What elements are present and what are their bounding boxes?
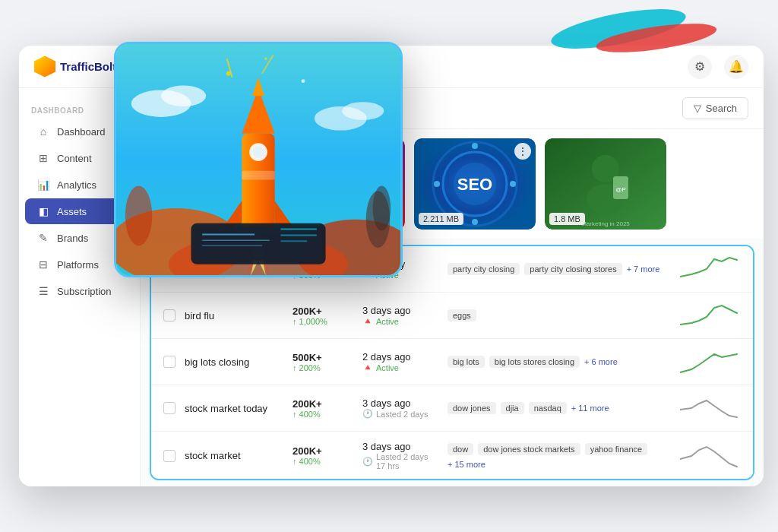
sidebar-label-brands: Brands	[57, 233, 88, 244]
trend-tags: dowdow jones stock marketsyahoo finance …	[448, 443, 671, 469]
trend-time: 3 days ago 🔺 Active	[362, 305, 438, 326]
trend-tag: dow	[448, 443, 473, 455]
image-card-3[interactable]: SEO ⋮ 2.211 MB	[414, 138, 536, 230]
trend-row-row2[interactable]: bird flu 200K+ ↑ 1,000% 3 days ago 🔺 Act…	[151, 293, 753, 339]
trend-row-row5[interactable]: stock market 200K+ ↑ 400% 3 days ago 🕐 L…	[151, 432, 753, 480]
sidebar-label-subscription: Subscription	[57, 286, 112, 297]
trend-tags: eggs	[448, 309, 671, 321]
svg-rect-52	[242, 171, 274, 180]
svg-point-36	[264, 57, 267, 60]
header-icons: ⚙ 🔔	[688, 55, 748, 79]
trend-volume-main: 500K+	[293, 352, 353, 363]
trend-status-inactive: 🕐 Lasted 2 days	[362, 409, 438, 419]
svg-point-63	[373, 185, 391, 230]
svg-text:SEO: SEO	[457, 175, 492, 194]
analytics-icon: 📊	[37, 179, 49, 191]
trend-name: stock market today	[185, 403, 283, 414]
trend-tag: party city closing stores	[524, 263, 621, 275]
trend-status-inactive: 🕐 Lasted 2 days 17 hrs	[362, 452, 438, 470]
platforms-icon: ⊟	[37, 258, 49, 271]
trend-volume-main: 200K+	[293, 398, 353, 410]
rocket-overlay-card	[114, 42, 403, 277]
trend-tags: party city closingparty city closing sto…	[448, 263, 671, 275]
rocket-scene-svg	[116, 42, 400, 277]
trend-time-main: 3 days ago	[362, 397, 438, 409]
filter-icon: ▽	[694, 103, 701, 114]
subscription-icon: ☰	[37, 285, 49, 297]
trend-tags: big lotsbig lots stores closing + 6 more	[448, 356, 671, 368]
notification-icon[interactable]: 🔔	[724, 55, 748, 79]
trend-volume-main: 200K+	[293, 306, 353, 317]
svg-point-23	[434, 181, 440, 187]
trend-tags: dow jonesdjianasdaq + 11 more	[448, 402, 671, 414]
assets-icon: ◧	[37, 205, 49, 217]
trend-volume: 200K+ ↑ 400%	[293, 445, 353, 466]
trend-tag: djia	[501, 402, 524, 414]
trend-chart	[680, 394, 741, 422]
trend-name: big lots closing	[185, 356, 283, 368]
svg-point-20	[472, 143, 478, 149]
trend-status-active: 🔺 Active	[362, 316, 438, 326]
trend-tag-more[interactable]: + 11 more	[571, 404, 609, 413]
trend-chart	[680, 255, 741, 283]
svg-point-49	[252, 146, 264, 158]
trend-table: party city 500K+ ↑ 500% yesterday 🔺 Acti…	[150, 245, 754, 480]
image-card-4[interactable]: @P Marketing in 2025 1.8 MB	[545, 138, 666, 230]
trend-checkbox[interactable]	[163, 402, 176, 414]
trend-time: 3 days ago 🕐 Lasted 2 days 17 hrs	[362, 441, 438, 470]
trend-time: 2 days ago 🔺 Active	[362, 351, 438, 372]
trend-row-row3[interactable]: big lots closing 500K+ ↑ 200% 2 days ago…	[151, 339, 753, 385]
trend-tag-more[interactable]: + 7 more	[627, 264, 660, 274]
trend-tag: party city closing	[448, 263, 520, 275]
trend-tag: big lots	[448, 356, 485, 368]
trend-volume: 200K+ ↑ 400%	[293, 398, 353, 419]
trend-tag-more[interactable]: + 15 more	[448, 460, 485, 469]
trend-time: 3 days ago 🕐 Lasted 2 days	[362, 397, 438, 419]
sidebar-item-subscription[interactable]: ☰ Subscription	[25, 278, 134, 304]
trend-chart	[680, 442, 741, 470]
image-3-menu[interactable]: ⋮	[514, 143, 531, 160]
svg-point-22	[472, 219, 478, 225]
svg-point-61	[125, 185, 152, 245]
sidebar-label-platforms: Platforms	[57, 259, 99, 271]
trend-tag: dow jones	[448, 402, 496, 414]
brands-icon: ✎	[37, 232, 49, 244]
svg-text:Marketing in 2025: Marketing in 2025	[581, 220, 630, 227]
trend-checkbox[interactable]	[163, 356, 176, 368]
image-3-size: 2.211 MB	[423, 214, 459, 223]
trend-tag: dow jones stock markets	[478, 443, 580, 455]
trend-volume: 200K+ ↑ 1,000%	[293, 306, 353, 326]
svg-point-37	[302, 79, 305, 83]
sidebar-label-analytics: Analytics	[57, 179, 96, 191]
svg-rect-54	[194, 227, 321, 261]
trend-tag: nasdaq	[529, 402, 567, 414]
trend-volume-change: ↑ 1,000%	[293, 317, 353, 326]
svg-point-34	[342, 102, 384, 120]
content-icon: ⊞	[37, 152, 49, 164]
svg-point-32	[161, 86, 206, 107]
trend-volume-main: 200K+	[293, 445, 353, 457]
trend-chart	[680, 302, 741, 329]
trend-volume-change: ↑ 200%	[293, 363, 353, 372]
trend-row-row4[interactable]: stock market today 200K+ ↑ 400% 3 days a…	[151, 385, 753, 432]
trend-tag-more[interactable]: + 6 more	[584, 357, 618, 366]
trend-tag: eggs	[448, 309, 476, 321]
sidebar-label-assets: Assets	[57, 206, 87, 217]
settings-icon[interactable]: ⚙	[688, 55, 712, 79]
trend-time-main: 3 days ago	[362, 305, 438, 316]
image-4-size: 1.8 MB	[554, 214, 580, 223]
filter-label: Search	[706, 103, 737, 114]
trend-checkbox[interactable]	[163, 450, 176, 462]
trend-checkbox[interactable]	[163, 309, 176, 321]
trend-volume-change: ↑ 400%	[293, 457, 353, 466]
trend-name: stock market	[185, 450, 283, 461]
trend-tag: yahoo finance	[585, 443, 648, 455]
filter-button[interactable]: ▽ Search	[682, 97, 748, 119]
logo-icon	[34, 56, 55, 78]
trend-time-main: 2 days ago	[362, 351, 438, 363]
image-3-info: 2.211 MB	[419, 213, 463, 225]
sidebar-label-dashboard: Dashboard	[57, 126, 106, 138]
trend-volume-change: ↑ 400%	[293, 410, 353, 419]
svg-text:@P: @P	[615, 186, 625, 193]
trend-name: bird flu	[185, 310, 283, 321]
